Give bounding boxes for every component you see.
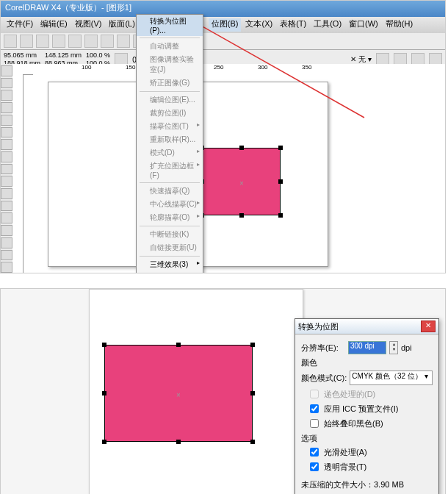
table-tool-icon[interactable] [1, 201, 12, 212]
menu-resample[interactable]: 重新取样(R)... [137, 133, 203, 146]
menu-inflate[interactable]: 扩充位图边框(F)▸ [137, 160, 203, 181]
menu-quick-trace[interactable]: 快速描摹(Q) [137, 185, 203, 198]
canvas[interactable]: × [33, 74, 445, 273]
outline-tool-icon[interactable] [1, 237, 12, 248]
color-mode-select[interactable]: CMYK 颜色（32 位） ▾ [350, 370, 433, 385]
handle-tc[interactable] [239, 146, 244, 150]
crop-tool-icon[interactable] [1, 90, 12, 101]
dither-checkbox[interactable]: 递色处理的(D) [307, 387, 433, 401]
icc-checkbox[interactable]: 应用 ICC 预置文件(I) [307, 402, 433, 415]
polygon-tool-icon[interactable] [1, 164, 12, 175]
resolution-unit: dpi [401, 343, 412, 352]
fill-tool-icon[interactable] [1, 250, 12, 261]
menu-bitmap[interactable]: 位图(B) [209, 18, 242, 32]
convert-to-bitmap-dialog: 转换为位图 ✕ 分辨率(E): 300 dpi ▴▾ dpi 颜色 颜色模式(C… [295, 318, 439, 494]
menu-art-strokes[interactable]: 艺术笔触(A)▸ [137, 271, 203, 273]
selected-rectangle-bottom[interactable]: × [104, 345, 253, 442]
transparent-bg-checkbox[interactable]: 透明背景(T) [307, 460, 433, 473]
interactive-tool-icon[interactable] [1, 212, 12, 223]
color-mode-label: 颜色模式(C): [301, 373, 347, 384]
paste-icon[interactable] [101, 35, 114, 48]
overprint-black-checkbox[interactable]: 始终叠印黑色(B) [307, 417, 433, 430]
toolbox [1, 64, 12, 273]
menu-text[interactable]: 文本(X) [242, 18, 275, 32]
menu-window[interactable]: 窗口(W) [346, 18, 381, 32]
undo-icon[interactable] [117, 35, 130, 48]
menu-3d-effects[interactable]: 三维效果(3)▸ [137, 258, 203, 271]
smart-tool-icon[interactable] [1, 127, 12, 138]
handle-br[interactable] [278, 213, 283, 218]
copy-icon[interactable] [84, 35, 98, 48]
new-icon[interactable] [4, 35, 17, 48]
menu-view[interactable]: 视图(V) [72, 18, 105, 32]
app-title: CorelDRAW X4（专业版）- [图形1] [5, 3, 131, 12]
interactive-fill-tool-icon[interactable] [1, 262, 12, 273]
menu-layout[interactable]: 版面(L) [106, 18, 137, 32]
handle-bc[interactable] [239, 213, 244, 218]
basic-shapes-tool-icon[interactable] [1, 176, 12, 187]
eyedropper-tool-icon[interactable] [1, 225, 12, 236]
standard-toolbar [1, 33, 445, 50]
bottom-screenshot: × 转换为位图 ✕ 分辨率(E): 300 dpi ▴▾ [0, 288, 446, 494]
center-marker-icon: × [239, 179, 244, 187]
menu-table[interactable]: 表格(T) [277, 18, 309, 32]
menu-image-lab[interactable]: 图像调整实验室(J) [137, 53, 203, 76]
pick-tool-icon[interactable] [1, 65, 12, 76]
cut-icon[interactable] [68, 35, 82, 48]
color-section-label: 颜色 [301, 357, 433, 368]
vertical-ruler [12, 64, 24, 273]
handle-tc[interactable] [176, 343, 181, 347]
menu-straighten[interactable]: 矫正图像(G) [137, 76, 203, 90]
menu-edit[interactable]: 编辑(E) [37, 18, 71, 32]
dialog-title: 转换为位图 [298, 321, 339, 332]
handle-bl[interactable] [102, 440, 106, 444]
menu-edit-bitmap[interactable]: 编辑位图(E)... [137, 93, 203, 107]
handle-mr[interactable] [250, 391, 255, 395]
horizontal-ruler: 100 150 200 250 300 350 [23, 64, 445, 75]
menu-break-link[interactable]: 中断链接(K) [137, 228, 203, 241]
top-screenshot: CorelDRAW X4（专业版）- [图形1] 文件(F) 编辑(E) 视图(… [0, 0, 446, 273]
print-icon[interactable] [52, 35, 65, 48]
resolution-input[interactable]: 300 dpi [348, 341, 386, 354]
resolution-spinner[interactable]: ▴▾ [389, 341, 398, 354]
close-icon[interactable]: ✕ [421, 321, 436, 332]
resolution-label: 分辨率(E): [301, 343, 345, 354]
menu-auto-adjust[interactable]: 自动调整 [137, 40, 203, 53]
file-size-label: 未压缩的文件大小：3.90 MB [301, 479, 433, 490]
menu-help[interactable]: 帮助(H) [383, 18, 416, 32]
antialias-checkbox[interactable]: 光滑处理(A) [307, 445, 433, 459]
menu-trace-bitmap[interactable]: 描摹位图(T)▸ [137, 120, 203, 133]
outline-none[interactable]: 无 [358, 55, 366, 63]
handle-tl[interactable] [102, 343, 106, 347]
menu-tools[interactable]: 工具(O) [311, 18, 344, 32]
handle-tr[interactable] [278, 146, 283, 150]
handle-bc[interactable] [176, 440, 181, 444]
options-section-label: 选项 [301, 433, 433, 444]
menu-convert-to-bitmap[interactable]: 转换为位图(P)... [137, 15, 203, 36]
dialog-titlebar[interactable]: 转换为位图 ✕ [295, 319, 438, 334]
zoom-tool-icon[interactable] [1, 102, 12, 113]
canvas-bottom[interactable]: × 转换为位图 ✕ 分辨率(E): 300 dpi ▴▾ [1, 289, 445, 494]
menu-outline-trace[interactable]: 轮廓描摹(O)▸ [137, 211, 203, 224]
menu-crop-bitmap[interactable]: 裁剪位图(I) [137, 107, 203, 120]
menu-update-link[interactable]: 自链接更新(U) [137, 241, 203, 254]
freehand-tool-icon[interactable] [1, 115, 12, 126]
center-marker-icon: × [176, 391, 181, 399]
selected-rectangle[interactable]: × [202, 148, 281, 215]
handle-ml[interactable] [102, 391, 106, 395]
menu-mode[interactable]: 模式(D)▸ [137, 146, 203, 160]
menu-bar: 文件(F) 编辑(E) 视图(V) 版面(L) 排列(A) 效果(C) 位图(B… [1, 17, 445, 33]
menu-centerline-trace[interactable]: 中心线描摹(C)▸ [137, 198, 203, 211]
shape-tool-icon[interactable] [1, 78, 12, 89]
text-tool-icon[interactable] [1, 188, 12, 199]
bitmap-menu-dropdown: 转换为位图(P)... 自动调整 图像调整实验室(J) 矫正图像(G) 编辑位图… [136, 14, 203, 273]
rectangle-tool-icon[interactable] [1, 139, 12, 150]
save-icon[interactable] [36, 35, 49, 48]
handle-mr[interactable] [278, 179, 283, 184]
page-bottom: × [89, 289, 303, 494]
handle-br[interactable] [250, 440, 255, 444]
ellipse-tool-icon[interactable] [1, 151, 12, 162]
handle-tr[interactable] [250, 343, 255, 347]
open-icon[interactable] [20, 35, 33, 48]
menu-file[interactable]: 文件(F) [4, 18, 36, 32]
